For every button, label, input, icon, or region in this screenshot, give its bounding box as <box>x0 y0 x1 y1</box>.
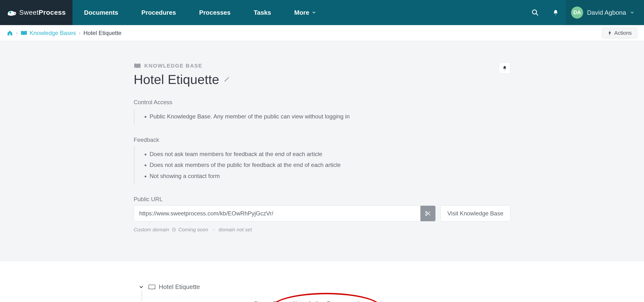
scissors-icon <box>425 210 431 217</box>
chevron-down-icon <box>138 285 144 290</box>
tree-root-label[interactable]: Hotel Etiquette <box>148 283 200 291</box>
empty-state-message: Start off your Knowledge Base creating a… <box>142 300 510 302</box>
svg-line-3 <box>536 13 538 15</box>
nav-processes[interactable]: Processes <box>188 0 242 25</box>
search-icon <box>532 9 539 16</box>
pencil-icon <box>224 76 230 82</box>
feedback-item: Does not ask members of the public for f… <box>150 159 510 171</box>
breadcrumb-current: Hotel Etiquette <box>83 30 121 36</box>
bell-icon <box>552 9 559 16</box>
public-url-input[interactable] <box>134 206 420 221</box>
visit-knowledge-base-button[interactable]: Visit Knowledge Base <box>440 206 510 221</box>
breadcrumb-separator: › <box>16 30 18 36</box>
section-eyebrow: KNOWLEDGE BASE <box>134 63 510 69</box>
page-title: Hotel Etiquette <box>134 72 219 87</box>
subscribe-bell-button[interactable] <box>499 62 510 74</box>
brand-logo[interactable]: SweetProcess <box>0 0 72 25</box>
nav-more[interactable]: More <box>283 0 328 25</box>
feedback-label: Feedback <box>134 137 510 143</box>
user-menu[interactable]: DA David Agbona <box>566 0 644 25</box>
breadcrumb-bar: › Knowledge Bases › Hotel Etiquette Acti… <box>0 25 644 41</box>
book-outline-icon <box>148 284 156 290</box>
chevron-down-icon <box>630 10 634 15</box>
lightning-icon <box>608 30 612 36</box>
feedback-block: Does not ask team members for feedback a… <box>134 146 510 184</box>
control-access-block: Public Knowledge Base. Any member of the… <box>134 109 510 124</box>
edit-title-button[interactable] <box>224 76 230 82</box>
clock-icon <box>172 228 176 232</box>
feedback-item: Not showing a contact form <box>150 171 510 182</box>
tree-collapse-toggle[interactable] <box>138 285 144 290</box>
custom-domain-note: Custom domain Coming soon - domain not s… <box>134 227 510 233</box>
breadcrumb-separator: › <box>79 30 81 36</box>
home-icon <box>7 30 13 36</box>
svg-point-1 <box>9 11 11 13</box>
book-open-icon <box>20 30 27 36</box>
feedback-item: Does not ask team members for feedback a… <box>150 149 510 160</box>
user-name-label: David Agbona <box>587 9 626 16</box>
search-button[interactable] <box>525 0 546 25</box>
bell-icon <box>502 65 507 71</box>
top-nav: SweetProcess Documents Procedures Proces… <box>0 0 644 25</box>
breadcrumb-home[interactable] <box>7 30 13 36</box>
nav-tasks[interactable]: Tasks <box>242 0 283 25</box>
control-access-label: Control Access <box>134 99 510 106</box>
nav-documents[interactable]: Documents <box>72 0 130 25</box>
coffee-cup-icon <box>7 7 17 17</box>
nav-links: Documents Procedures Processes Tasks Mor… <box>72 0 328 25</box>
nav-procedures[interactable]: Procedures <box>130 0 188 25</box>
access-item: Public Knowledge Base. Any member of the… <box>150 111 510 122</box>
public-url-label: Public URL <box>134 196 510 203</box>
notifications-button[interactable] <box>546 0 566 25</box>
copy-url-button[interactable] <box>420 206 435 221</box>
book-open-icon <box>134 63 141 69</box>
actions-button[interactable]: Actions <box>602 28 637 38</box>
avatar: DA <box>571 6 583 18</box>
breadcrumb-knowledge-bases[interactable]: Knowledge Bases <box>20 30 76 36</box>
chevron-down-icon <box>312 10 316 15</box>
brand-text: SweetProcess <box>19 9 66 16</box>
